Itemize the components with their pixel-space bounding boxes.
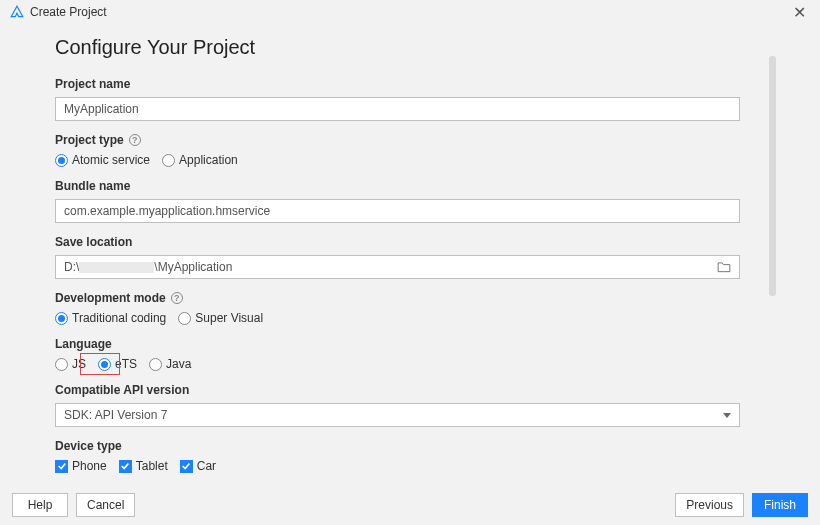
radio-icon <box>162 154 175 167</box>
project-type-atomic[interactable]: Atomic service <box>55 153 150 167</box>
project-type-label: Project type ? <box>55 133 765 147</box>
titlebar-left: Create Project <box>10 5 107 19</box>
bundle-name-label: Bundle name <box>55 179 765 193</box>
radio-icon <box>55 312 68 325</box>
radio-icon <box>178 312 191 325</box>
cancel-button[interactable]: Cancel <box>76 493 135 517</box>
api-version-label: Compatible API version <box>55 383 765 397</box>
footer-right: Previous Finish <box>675 493 808 517</box>
project-name-input[interactable]: MyApplication <box>55 97 740 121</box>
api-version-select[interactable]: SDK: API Version 7 <box>55 403 740 427</box>
checkbox-icon <box>119 460 132 473</box>
device-phone[interactable]: Phone <box>55 459 107 473</box>
device-type-row: Phone Tablet Car <box>55 459 765 473</box>
project-name-value: MyApplication <box>64 102 139 116</box>
checkbox-icon <box>55 460 68 473</box>
help-button[interactable]: Help <box>12 493 68 517</box>
radio-icon <box>149 358 162 371</box>
app-logo-icon <box>10 5 24 19</box>
api-version-value: SDK: API Version 7 <box>64 408 167 422</box>
radio-icon <box>55 358 68 371</box>
radio-icon <box>55 154 68 167</box>
previous-button[interactable]: Previous <box>675 493 744 517</box>
chevron-down-icon <box>723 413 731 418</box>
dev-mode-supervisual[interactable]: Super Visual <box>178 311 263 325</box>
project-type-row: Atomic service Application <box>55 153 765 167</box>
radio-icon <box>98 358 111 371</box>
window-title: Create Project <box>30 5 107 19</box>
language-java[interactable]: Java <box>149 357 191 371</box>
bundle-name-input[interactable]: com.example.myapplication.hmservice <box>55 199 740 223</box>
redacted-path <box>79 262 154 273</box>
close-icon[interactable]: ✕ <box>789 3 810 22</box>
help-icon[interactable]: ? <box>171 292 183 304</box>
save-location-input[interactable]: D:\\MyApplication <box>55 255 740 279</box>
language-row: JS eTS Java <box>55 357 765 371</box>
bundle-name-value: com.example.myapplication.hmservice <box>64 204 270 218</box>
device-type-label: Device type <box>55 439 765 453</box>
development-mode-label: Development mode ? <box>55 291 765 305</box>
project-name-label: Project name <box>55 77 765 91</box>
device-car[interactable]: Car <box>180 459 216 473</box>
finish-button[interactable]: Finish <box>752 493 808 517</box>
dev-mode-traditional[interactable]: Traditional coding <box>55 311 166 325</box>
save-location-label: Save location <box>55 235 765 249</box>
scrollbar-thumb[interactable] <box>769 56 776 296</box>
project-type-application[interactable]: Application <box>162 153 238 167</box>
content-area: Configure Your Project Project name MyAp… <box>0 24 820 473</box>
page-title: Configure Your Project <box>55 36 765 59</box>
language-ets[interactable]: eTS <box>98 357 137 371</box>
titlebar: Create Project ✕ <box>0 0 820 24</box>
checkbox-icon <box>180 460 193 473</box>
footer-left: Help Cancel <box>12 493 135 517</box>
device-tablet[interactable]: Tablet <box>119 459 168 473</box>
footer: Help Cancel Previous Finish <box>0 485 820 525</box>
language-js[interactable]: JS <box>55 357 86 371</box>
save-location-value: D:\\MyApplication <box>64 260 232 274</box>
help-icon[interactable]: ? <box>129 134 141 146</box>
language-label: Language <box>55 337 765 351</box>
scrollbar[interactable] <box>769 56 776 456</box>
development-mode-row: Traditional coding Super Visual <box>55 311 765 325</box>
folder-icon[interactable] <box>717 261 731 273</box>
